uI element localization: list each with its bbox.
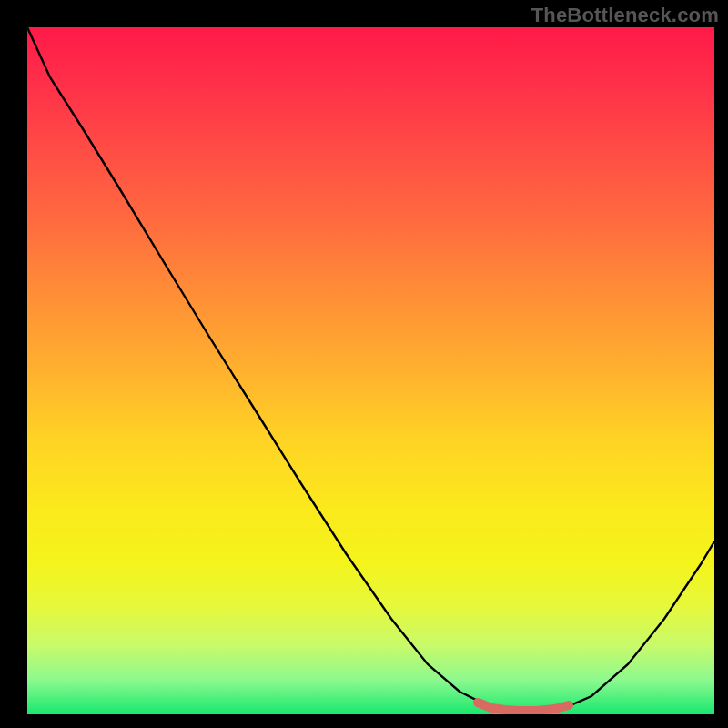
plot-area: [27, 27, 714, 714]
watermark-text: TheBottleneck.com: [531, 4, 719, 27]
curve-path: [27, 27, 714, 711]
curve-svg: [27, 27, 714, 714]
chart-frame: TheBottleneck.com: [0, 0, 728, 728]
highlight-path: [478, 703, 569, 711]
